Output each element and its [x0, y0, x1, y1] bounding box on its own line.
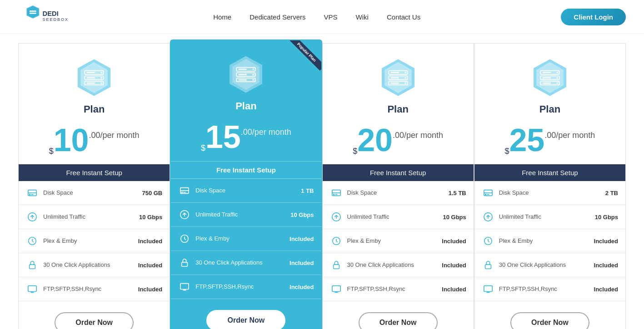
vps-link[interactable]: VPS: [324, 13, 338, 21]
svg-rect-68: [543, 72, 551, 73]
svg-rect-69: [543, 77, 551, 79]
svg-point-29: [253, 69, 255, 70]
order-button[interactable]: Order Now: [55, 312, 134, 329]
plan-card-1: Plan $ 10 .00/per month Free Instant Set…: [18, 43, 170, 329]
setup-row: Free Instant Setup: [474, 164, 625, 181]
pricing-grid: Plan $ 10 .00/per month Free Instant Set…: [18, 43, 626, 329]
feature-item: Plex & Emby Included: [171, 227, 321, 251]
price-main: 25: [509, 124, 544, 156]
home-link[interactable]: Home: [213, 13, 231, 21]
hdd-icon: [26, 187, 39, 199]
svg-text:DEDI: DEDI: [43, 10, 59, 17]
price-suffix: .00/per month: [89, 131, 140, 140]
svg-text:SEEDBOX: SEEDBOX: [43, 17, 69, 22]
svg-rect-77: [484, 286, 492, 292]
plan-price-area: $ 10 .00/per month: [19, 120, 170, 164]
feature-label: Disk Space: [195, 187, 301, 195]
svg-rect-23: [28, 286, 36, 292]
feature-label: Disk Space: [499, 189, 605, 197]
feature-label: 30 One Click Applications: [195, 259, 290, 267]
price-currency: $: [201, 143, 205, 153]
svg-point-37: [182, 192, 183, 193]
monitor-icon: [330, 283, 343, 295]
svg-rect-15: [87, 77, 95, 79]
plan-price-area: $ 15 .00/per month: [171, 117, 321, 161]
order-area: Order Now: [474, 301, 625, 329]
feature-value: Included: [290, 284, 314, 290]
svg-rect-2: [30, 10, 36, 12]
contact-us-link[interactable]: Contact Us: [387, 13, 420, 21]
feature-label: Plex & Emby: [195, 235, 290, 243]
svg-point-13: [101, 82, 103, 84]
price-main: 10: [54, 124, 89, 156]
svg-point-48: [404, 77, 406, 79]
feature-value: Included: [442, 238, 466, 245]
svg-rect-34: [239, 79, 247, 81]
svg-point-19: [30, 194, 30, 195]
feature-label: Disk Space: [43, 189, 142, 197]
feature-value: 10 Gbps: [443, 214, 466, 221]
feature-label: FTP,SFTP,SSH,Rsync: [43, 285, 138, 293]
svg-rect-52: [390, 83, 399, 84]
svg-point-12: [101, 77, 103, 79]
feature-label: Unlimited Traffic: [347, 213, 443, 221]
feature-label: Plex & Emby: [43, 237, 138, 245]
feature-value: Included: [290, 236, 314, 242]
plan-icon-area: Plan: [474, 44, 625, 120]
svg-point-49: [404, 82, 406, 84]
svg-point-55: [333, 194, 334, 195]
feature-item: Unlimited Traffic 10 Gbps: [323, 205, 474, 229]
svg-rect-16: [87, 83, 95, 84]
feature-value: 1.5 TB: [449, 190, 466, 196]
monitor-icon: [482, 283, 494, 295]
svg-rect-59: [332, 286, 340, 292]
features-list: Disk Space 1 TB Unlimited Traffic 10 Gbp…: [171, 179, 321, 299]
plan-hexagon-icon: [529, 57, 570, 98]
plan-card-3: Plan $ 20 .00/per month Free Instant Set…: [322, 43, 474, 329]
logo[interactable]: DEDI SEEDBOX: [18, 3, 73, 30]
price-main: 20: [357, 124, 393, 156]
feature-value: Included: [442, 262, 466, 269]
plan-hexagon-icon: [378, 57, 419, 98]
monitor-icon: [26, 283, 39, 295]
features-list: Disk Space 2 TB Unlimited Traffic 10 Gbp…: [474, 181, 625, 301]
feature-label: Unlimited Traffic: [195, 211, 290, 219]
order-button[interactable]: Order Now: [359, 312, 438, 329]
upload-icon: [178, 208, 191, 221]
svg-rect-41: [180, 284, 189, 290]
lock-icon: [330, 259, 343, 271]
order-button[interactable]: Order Now: [510, 312, 589, 329]
feature-label: Unlimited Traffic: [43, 213, 139, 221]
features-list: Disk Space 1.5 TB Unlimited Traffic 10 G…: [323, 181, 474, 301]
feature-label: 30 One Click Applications: [499, 261, 594, 269]
price-suffix: .00/per month: [544, 131, 595, 140]
feature-item: FTP,SFTP,SSH,Rsync Included: [474, 277, 625, 301]
svg-point-11: [101, 72, 103, 74]
feature-item: Disk Space 1 TB: [171, 179, 321, 203]
client-login-button[interactable]: Client Login: [561, 9, 626, 25]
svg-rect-50: [390, 72, 399, 73]
feature-value: Included: [594, 238, 618, 245]
svg-point-31: [253, 79, 255, 81]
dedicated-servers-link[interactable]: Dedicated Servers: [250, 13, 305, 21]
feature-label: FTP,SFTP,SSH,Rsync: [195, 283, 290, 291]
order-area: Order Now: [19, 301, 170, 329]
feature-label: Disk Space: [347, 189, 449, 197]
price-suffix: .00/per month: [393, 131, 443, 140]
svg-point-47: [404, 72, 406, 74]
svg-rect-70: [543, 83, 551, 84]
feature-value: 750 GB: [142, 190, 162, 196]
svg-point-66: [556, 77, 558, 79]
plan-price-area: $ 25 .00/per month: [474, 120, 625, 164]
svg-point-30: [253, 74, 255, 76]
feature-value: 1 TB: [301, 187, 314, 194]
plan-name: Plan: [387, 103, 408, 115]
wiki-link[interactable]: Wiki: [356, 13, 369, 21]
order-button[interactable]: Order Now: [206, 310, 285, 329]
setup-row: Free Instant Setup: [171, 161, 321, 179]
plan-hexagon-icon: [225, 54, 266, 95]
feature-item: Unlimited Traffic 10 Gbps: [171, 203, 321, 227]
pricing-section: Plan $ 10 .00/per month Free Instant Set…: [0, 34, 644, 329]
navbar: DEDI SEEDBOX Home Dedicated Servers VPS …: [0, 0, 644, 34]
feature-value: Included: [138, 262, 162, 269]
